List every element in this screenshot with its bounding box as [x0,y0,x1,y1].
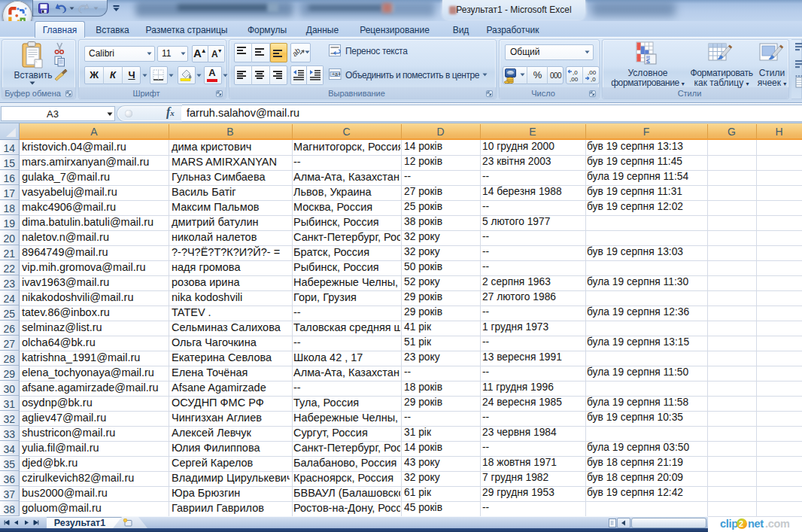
svg-text:,00: ,00 [570,76,579,83]
svg-text:ab: ab [293,46,302,57]
svg-text:,00: ,00 [588,69,597,76]
svg-text:,0: ,0 [573,69,578,76]
svg-text:≤: ≤ [646,57,650,65]
svg-text:+a+: +a+ [332,71,341,77]
svg-text:,0: ,0 [591,76,596,83]
